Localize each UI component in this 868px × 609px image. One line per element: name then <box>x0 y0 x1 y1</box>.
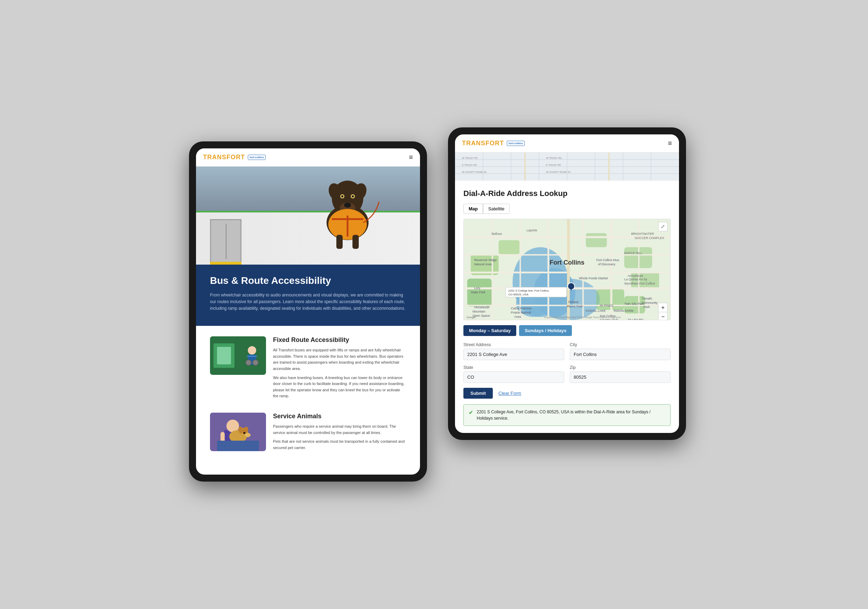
logo-transfort-left: TRANSFORT <box>203 153 245 161</box>
street-address-input[interactable] <box>463 349 564 360</box>
map-thumbnail: W TRILBY RD W TRILBY RD E TRILBY RD E TR… <box>455 153 679 181</box>
dog-svg <box>313 167 383 251</box>
google-map-svg: Fort Collins Bellvue Laporte BRIGHTWATER… <box>464 219 670 320</box>
address-city-row: Street Address City <box>463 342 671 360</box>
svg-text:Cathy Fromme: Cathy Fromme <box>511 306 532 310</box>
svg-rect-62 <box>586 233 607 247</box>
svg-text:Community: Community <box>642 301 658 304</box>
svg-text:TILLEY RD: TILLEY RD <box>628 318 644 320</box>
svg-rect-71 <box>547 219 549 320</box>
map-tab-satellite[interactable]: Satellite <box>483 204 510 214</box>
city-label: City <box>570 342 671 347</box>
zip-label: Zip <box>570 365 671 370</box>
svg-text:Moore Park: Moore Park <box>567 304 583 308</box>
blue-section: Bus & Route Accessibility From wheelchai… <box>196 265 420 326</box>
fixed-route-para2: We also have kneeling buses. A kneeling … <box>273 375 406 399</box>
submit-button[interactable]: Submit <box>463 388 493 399</box>
svg-text:FOSSIL LAKE: FOSSIL LAKE <box>586 309 606 312</box>
right-screen: TRANSFORT fort·collins ≡ <box>455 135 679 433</box>
svg-text:Whole Foods Market: Whole Foods Market <box>579 276 608 280</box>
svg-rect-61 <box>624 247 652 268</box>
svg-rect-70 <box>519 219 521 320</box>
schedule-tab-weekday[interactable]: Monday – Saturday <box>463 325 516 336</box>
svg-text:2201 S College Ave, Fort Colli: 2201 S College Ave, Fort Collins, <box>508 289 550 292</box>
clear-form-button[interactable]: Clear Form <box>498 388 521 399</box>
door-line <box>226 224 226 259</box>
svg-text:Fort Collins: Fort Collins <box>550 259 584 266</box>
city-input[interactable] <box>570 349 671 360</box>
service-animal-svg <box>210 413 266 451</box>
zip-input[interactable] <box>570 371 671 383</box>
svg-rect-20 <box>247 356 257 357</box>
svg-text:La Quinta Inn by: La Quinta Inn by <box>624 277 647 281</box>
state-input[interactable] <box>463 371 564 383</box>
logo-area-right: TRANSFORT fort·collins <box>462 139 525 147</box>
schedule-tab-weekend[interactable]: Sundays / Holidays <box>519 325 572 336</box>
schedule-tabs: Monday – Saturday Sundays / Holidays <box>463 325 671 336</box>
svg-text:Mountain: Mountain <box>473 309 485 313</box>
svg-text:State Park: State Park <box>471 290 485 294</box>
menu-icon-right[interactable]: ≡ <box>668 139 672 147</box>
service-animals-para2: Pets that are not service animals must b… <box>273 439 406 451</box>
state-field: State <box>463 365 564 383</box>
service-animal-image <box>210 413 266 451</box>
logo-area-left: TRANSFORT fort·collins <box>203 153 266 161</box>
svg-rect-11 <box>336 235 343 249</box>
left-tablet: TRANSFORT fort·collins ≡ <box>189 141 427 482</box>
svg-text:E TRILBY RD: E TRILBY RD <box>546 164 561 166</box>
fixed-route-item: Fixed Route Accessibility All Transfort … <box>210 336 406 402</box>
content-section: Fixed Route Accessibility All Transfort … <box>196 326 420 474</box>
svg-text:W TRILBY RD: W TRILBY RD <box>462 157 478 159</box>
svg-text:Country Club: Country Club <box>600 318 618 320</box>
page-title: Bus & Route Accessibility <box>210 275 406 286</box>
logo-fc-left: fort·collins <box>248 155 266 160</box>
left-screen: TRANSFORT fort·collins ≡ <box>196 149 420 475</box>
sky <box>196 167 420 211</box>
svg-text:IN PINES: IN PINES <box>600 304 613 307</box>
svg-text:−: − <box>661 313 664 319</box>
fixed-route-para1: All Transfort buses are equipped with li… <box>273 347 406 372</box>
hero-description: From wheelchair accessibility to audio a… <box>210 292 406 312</box>
scene: TRANSFORT fort·collins ≡ <box>189 127 861 482</box>
svg-text:Reservoir Ridge: Reservoir Ridge <box>474 258 497 262</box>
right-tablet: TRANSFORT fort·collins ≡ <box>448 127 686 440</box>
svg-text:Roland: Roland <box>569 300 578 304</box>
dar-title: Dial-A-Ride Address Lookup <box>463 189 671 198</box>
fixed-route-heading: Fixed Route Accessibility <box>273 336 406 344</box>
svg-text:Natural Area: Natural Area <box>474 262 492 266</box>
state-label: State <box>463 365 564 370</box>
svg-point-10 <box>344 203 351 208</box>
svg-text:W TRILBY RD: W TRILBY RD <box>546 157 562 159</box>
svg-point-19 <box>253 360 258 366</box>
bus-interior-svg <box>210 336 266 375</box>
svg-text:Twin Silo Park: Twin Silo Park <box>624 302 644 305</box>
svg-text:BRIGHTWATER: BRIGHTWATER <box>631 232 654 236</box>
service-animals-para1: Passengers who require a service animal … <box>273 423 406 436</box>
result-text: 2201 S College Ave, Fort Collins, CO 805… <box>477 409 665 421</box>
logo-fc-right: fort·collins <box>507 141 525 146</box>
form-actions: Submit Clear Form <box>463 388 671 399</box>
service-animals-item: Service Animals Passengers who require a… <box>210 413 406 454</box>
map-tab-row: Map Satellite <box>463 204 671 214</box>
map-container[interactable]: Fort Collins Bellvue Laporte BRIGHTWATER… <box>463 219 671 320</box>
check-icon: ✔ <box>469 409 473 416</box>
menu-icon-left[interactable]: ≡ <box>409 153 413 161</box>
svg-point-9 <box>352 195 354 197</box>
svg-rect-31 <box>217 441 259 451</box>
svg-point-16 <box>248 346 256 355</box>
dial-a-ride-section: Dial-A-Ride Address Lookup Map Satellite <box>455 181 679 433</box>
svg-point-18 <box>246 360 251 366</box>
svg-text:MAPLE HILL: MAPLE HILL <box>624 251 642 255</box>
svg-text:Area: Area <box>515 315 521 318</box>
bus-door <box>210 219 242 265</box>
svg-text:Tinnath.: Tinnath. <box>642 296 653 300</box>
fixed-route-text: Fixed Route Accessibility All Transfort … <box>273 336 406 402</box>
hero-image <box>196 167 420 265</box>
svg-text:W COUNTY ROAD 32: W COUNTY ROAD 32 <box>462 171 487 173</box>
svg-text:CO 80525, USA: CO 80525, USA <box>508 293 529 296</box>
svg-text:Prairie Natural: Prairie Natural <box>511 310 531 314</box>
svg-text:Horsetooth: Horsetooth <box>474 305 490 309</box>
svg-text:Laporte: Laporte <box>526 229 537 232</box>
svg-text:⤢: ⤢ <box>661 224 665 229</box>
map-tab-map[interactable]: Map <box>463 204 483 214</box>
